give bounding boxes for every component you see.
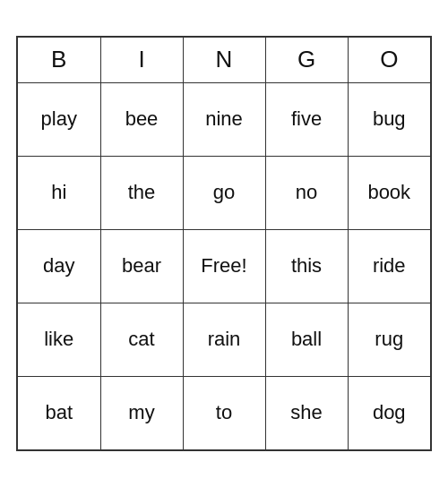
bingo-cell-r4-c2: to <box>183 376 265 449</box>
header-cell-o: O <box>348 38 430 82</box>
bingo-cell-r3-c3: ball <box>265 303 348 376</box>
bingo-cell-r2-c3: this <box>265 229 348 303</box>
bingo-cell-r4-c3: she <box>265 376 348 449</box>
bingo-cell-r0-c2: nine <box>183 82 265 156</box>
header-cell-i: I <box>100 38 183 82</box>
bingo-cell-r4-c0: bat <box>18 376 100 449</box>
bingo-cell-r2-c2: Free! <box>183 229 265 303</box>
bingo-cell-r0-c3: five <box>265 82 348 156</box>
header-cell-b: B <box>18 38 100 82</box>
bingo-cell-r3-c1: cat <box>100 303 183 376</box>
bingo-cell-r2-c4: ride <box>348 229 430 303</box>
bingo-cell-r0-c0: play <box>18 82 100 156</box>
bingo-row: likecatrainballrug <box>18 303 430 376</box>
bingo-body: playbeeninefivebughithegonobookdaybearFr… <box>18 82 430 449</box>
bingo-cell-r3-c4: rug <box>348 303 430 376</box>
bingo-cell-r1-c4: book <box>348 156 430 229</box>
bingo-cell-r0-c4: bug <box>348 82 430 156</box>
header-row: BINGO <box>18 38 430 82</box>
bingo-cell-r2-c0: day <box>18 229 100 303</box>
header-cell-g: G <box>265 38 348 82</box>
bingo-row: hithegonobook <box>18 156 430 229</box>
bingo-row: batmytoshedog <box>18 376 430 449</box>
bingo-cell-r1-c3: no <box>265 156 348 229</box>
bingo-table: BINGO playbeeninefivebughithegonobookday… <box>18 38 430 449</box>
bingo-cell-r4-c4: dog <box>348 376 430 449</box>
bingo-cell-r1-c2: go <box>183 156 265 229</box>
header-cell-n: N <box>183 38 265 82</box>
bingo-cell-r0-c1: bee <box>100 82 183 156</box>
bingo-cell-r2-c1: bear <box>100 229 183 303</box>
bingo-row: playbeeninefivebug <box>18 82 430 156</box>
bingo-cell-r1-c0: hi <box>18 156 100 229</box>
bingo-cell-r4-c1: my <box>100 376 183 449</box>
bingo-card: BINGO playbeeninefivebughithegonobookday… <box>16 36 432 451</box>
bingo-row: daybearFree!thisride <box>18 229 430 303</box>
bingo-cell-r3-c2: rain <box>183 303 265 376</box>
bingo-cell-r3-c0: like <box>18 303 100 376</box>
bingo-cell-r1-c1: the <box>100 156 183 229</box>
